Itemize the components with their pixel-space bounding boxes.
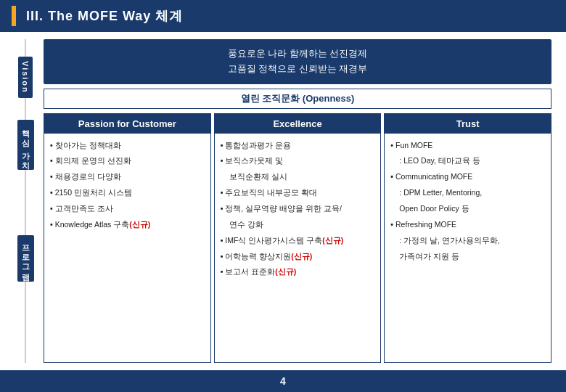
col-trust: Trust Fun MOFE : LEO Day, 테마교육 등 Communi…	[384, 113, 551, 363]
col-trust-header: Trust	[385, 114, 551, 134]
list-item: 고객만족도 조사	[50, 203, 205, 216]
list-item: 보직스카웃제 및	[221, 155, 375, 168]
footer: 4	[0, 370, 566, 392]
col-trust-body: Fun MOFE : LEO Day, 테마교육 등 Communicating…	[385, 134, 551, 362]
vision-line1: 풍요로운 나라 함께하는 선진경제	[58, 46, 537, 62]
list-item: 보직순환제 실시	[221, 171, 375, 184]
label-vision: Vision	[18, 57, 33, 98]
header-title: III. The MOFE Way 체계	[26, 7, 183, 25]
list-item: 어학능력 향상지원 (신규)	[221, 250, 375, 264]
openness-header: 열린 조직문화 (Openness)	[44, 89, 551, 109]
label-core: 핵심 가치	[17, 120, 34, 170]
header-accent	[12, 6, 16, 26]
col-excellence-header: Excellence	[215, 114, 381, 134]
col-passion-body: 찾아가는 정책대화 회의제 운영의 선진화 채용경로의 다양화 2150 민원처…	[44, 134, 210, 362]
list-item: Fun MOFE	[390, 139, 545, 152]
list-item: Open Door Policy 등	[390, 203, 545, 216]
col-passion-header: Passion for Customer	[44, 114, 210, 134]
list-item: Communicating MOFE	[390, 171, 545, 184]
label-program: 프로그램	[17, 235, 34, 282]
list-item: : 가정의 날, 연가사용의무화,	[390, 234, 545, 248]
list-item: 연수 강화	[221, 219, 375, 232]
list-item: : LEO Day, 테마교육 등	[390, 155, 545, 168]
vision-box: 풍요로운 나라 함께하는 선진경제 고품질 정책으로 신뢰받는 재경부	[44, 39, 551, 84]
list-item: 채용경로의 다양화	[50, 171, 205, 184]
list-item: IMF식 인사평가시스템 구축 (신규)	[221, 234, 375, 248]
header: III. The MOFE Way 체계	[0, 0, 566, 32]
list-item: 정책, 실무역량 배양을 위한 교육/	[221, 203, 375, 216]
col-excellence-body: 통합성과평가 운용 보직스카웃제 및 보직순환제 실시 주요보직의 내부공모 확…	[215, 134, 381, 362]
list-item: 주요보직의 내부공모 확대	[221, 187, 375, 200]
list-item: 회의제 운영의 선진화	[50, 155, 205, 168]
page-number: 4	[280, 375, 286, 387]
vision-line2: 고품질 정책으로 신뢰받는 재경부	[58, 62, 537, 77]
list-item: : DPM Letter, Mentoring,	[390, 187, 545, 200]
left-labels: Vision 핵심 가치 프로그램	[7, 39, 44, 363]
list-item: 보고서 표준화(신규)	[221, 266, 375, 279]
col-passion: Passion for Customer 찾아가는 정책대화 회의제 운영의 선…	[44, 113, 211, 363]
col-excellence: Excellence 통합성과평가 운용 보직스카웃제 및 보직순환제 실시 주…	[214, 113, 382, 363]
columns-container: Passion for Customer 찾아가는 정책대화 회의제 운영의 선…	[44, 113, 551, 363]
list-item: Refreshing MOFE	[390, 219, 545, 232]
main-area: 풍요로운 나라 함께하는 선진경제 고품질 정책으로 신뢰받는 재경부 열린 조…	[44, 39, 551, 363]
list-item: 2150 민원처리 시스템	[50, 187, 205, 200]
list-item: 통합성과평가 운용	[221, 139, 375, 152]
list-item: 가족여가 지원 등	[390, 250, 545, 264]
list-item: Knowledge Atlas 구축 (신규)	[50, 219, 205, 232]
list-item: 찾아가는 정책대화	[50, 139, 205, 152]
content-area: Vision 핵심 가치 프로그램 풍요로운 나라 함께하는 선진경제 고품질 …	[0, 32, 566, 370]
